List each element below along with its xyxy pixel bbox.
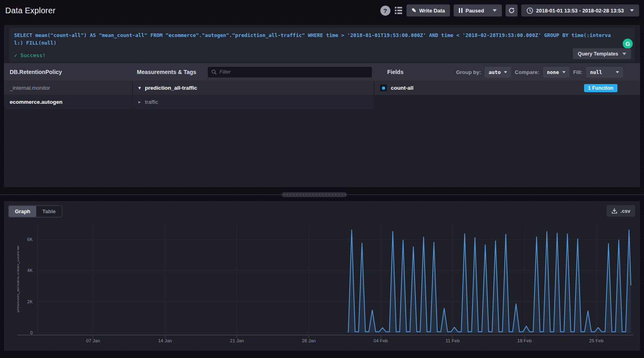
resize-drag-handle[interactable] bbox=[282, 192, 347, 197]
database-item-ecommerce-autogen[interactable]: ecommerce.autogen bbox=[4, 95, 133, 109]
measurement-item-prediction-all-traffic[interactable]: ▾ prediction_all-traffic bbox=[133, 81, 374, 95]
x-tick-label: 18 Feb bbox=[517, 338, 532, 343]
builder-header-row: DB.RetentionPolicy Measurements & Tags F… bbox=[4, 63, 640, 81]
x-tick-label: 21 Jan bbox=[230, 338, 244, 343]
query-templates-dropdown[interactable]: Query Templates bbox=[573, 48, 631, 59]
x-tick-label: 04 Feb bbox=[374, 338, 388, 343]
top-navigation-bar: Data Explorer ? ✎ Write Data Paused bbox=[0, 0, 644, 21]
x-tick-label: 11 Feb bbox=[446, 338, 460, 343]
chevron-down-icon bbox=[622, 53, 626, 55]
chevron-down-icon bbox=[504, 71, 507, 73]
query-editor[interactable]: SELECT mean("count-all") AS "mean_count-… bbox=[9, 28, 635, 62]
group-by-label: Group by: bbox=[456, 69, 481, 75]
tab-table[interactable]: Table bbox=[36, 206, 62, 217]
traffic-line-chart[interactable]: 02K4K6K07 Jan14 Jan21 Jan28 Jan04 Feb11 … bbox=[17, 223, 633, 345]
caret-right-icon[interactable]: ▸ bbox=[138, 99, 145, 105]
x-tick-label: 28 Jan bbox=[302, 338, 316, 343]
refresh-button[interactable] bbox=[506, 4, 518, 16]
measurement-list: ▾ prediction_all-traffic ▸ traffic bbox=[133, 81, 374, 109]
group-by-dropdown[interactable]: auto bbox=[485, 67, 511, 78]
chevron-down-icon bbox=[493, 9, 497, 12]
pencil-icon: ✎ bbox=[412, 8, 417, 13]
refresh-icon bbox=[508, 7, 515, 14]
fill-dropdown[interactable]: null bbox=[586, 67, 623, 78]
server-stack-icon[interactable] bbox=[394, 6, 403, 15]
field-selected-checkbox[interactable] bbox=[380, 84, 387, 91]
field-list: count-all 1 Function bbox=[374, 81, 640, 95]
chart-container[interactable]: 02K4K6K07 Jan14 Jan21 Jan28 Jan04 Feb11 … bbox=[17, 223, 633, 345]
query-builder-panel: SELECT mean("count-all") AS "mean_count-… bbox=[4, 25, 640, 187]
download-icon bbox=[611, 208, 617, 214]
fill-label: Fill: bbox=[573, 69, 582, 75]
chevron-down-icon bbox=[616, 71, 619, 73]
check-icon: ✓ bbox=[14, 52, 17, 58]
clock-icon bbox=[526, 7, 533, 14]
db-retention-policy-header: DB.RetentionPolicy bbox=[10, 69, 62, 75]
x-tick-label: 14 Jan bbox=[158, 338, 172, 343]
help-icon[interactable]: ? bbox=[380, 6, 390, 16]
y-tick-label: 4K bbox=[27, 268, 33, 273]
status-text: Success! bbox=[21, 52, 46, 58]
y-tick-label: 6K bbox=[27, 237, 33, 242]
y-axis-title: prediction_all-traffic.mean_count-all bbox=[17, 246, 20, 313]
measurements-tags-header: Measurements & Tags bbox=[137, 69, 196, 75]
y-tick-label: 2K bbox=[27, 299, 33, 304]
compare-label: Compare: bbox=[515, 69, 539, 75]
query-status: ✓ Success! bbox=[14, 52, 45, 58]
chevron-down-icon bbox=[562, 71, 566, 73]
tab-graph[interactable]: Graph bbox=[9, 206, 36, 217]
download-csv-button[interactable]: .csv bbox=[607, 205, 635, 217]
view-tab-group: Graph Table bbox=[8, 205, 62, 218]
y-tick-label: 0 bbox=[30, 330, 33, 335]
autorefresh-paused-dropdown[interactable]: Paused bbox=[454, 4, 502, 16]
fields-header: Fields bbox=[387, 69, 403, 75]
compare-dropdown[interactable]: none bbox=[543, 67, 570, 78]
page-title: Data Explorer bbox=[5, 6, 56, 15]
query-text[interactable]: SELECT mean("count-all") AS "mean_count-… bbox=[14, 31, 619, 47]
visualization-panel: Graph Table .csv 02K4K6K07 Jan14 Jan21 J… bbox=[4, 201, 640, 351]
function-count-badge[interactable]: 1 Function bbox=[584, 84, 617, 92]
measurement-item-traffic[interactable]: ▸ traffic bbox=[133, 95, 374, 109]
measurement-filter-field[interactable] bbox=[207, 66, 372, 78]
database-item-internal-monitor[interactable]: _internal.monitor bbox=[4, 81, 133, 95]
x-tick-label: 25 Feb bbox=[589, 338, 604, 343]
caret-down-icon[interactable]: ▾ bbox=[138, 85, 145, 91]
pause-icon bbox=[459, 8, 462, 13]
grammarly-icon[interactable]: G bbox=[623, 39, 633, 49]
chevron-down-icon bbox=[630, 9, 634, 12]
time-range-dropdown[interactable]: 2018-01-01 13:53 - 2018-02-28 13:53 bbox=[521, 4, 639, 16]
search-icon bbox=[211, 69, 217, 75]
time-range-label: 2018-01-01 13:53 - 2018-02-28 13:53 bbox=[536, 8, 624, 14]
field-item-count-all[interactable]: count-all 1 Function bbox=[374, 81, 640, 95]
filter-input[interactable] bbox=[219, 69, 368, 75]
x-tick-label: 07 Jan bbox=[86, 338, 100, 343]
write-data-button[interactable]: ✎ Write Data bbox=[407, 4, 450, 16]
database-list: _internal.monitor ecommerce.autogen bbox=[4, 81, 133, 109]
